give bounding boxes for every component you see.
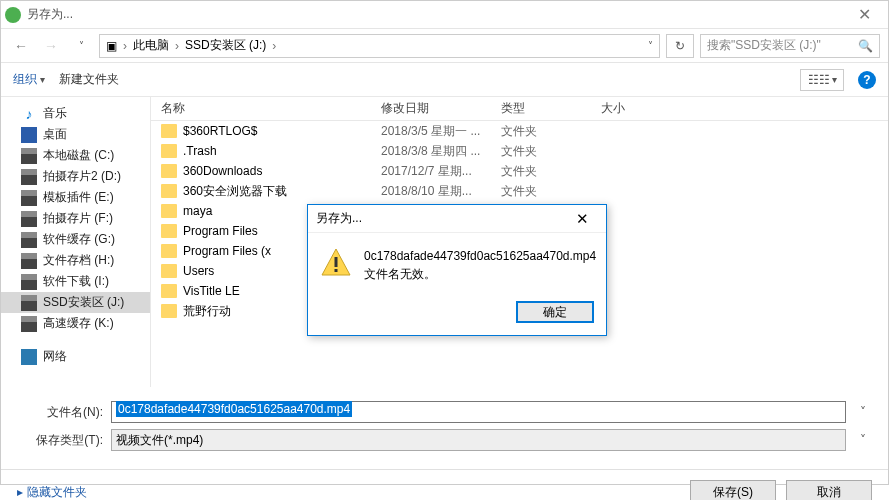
list-row[interactable]: 360Downloads2017/12/7 星期...文件夹 [151,161,888,181]
address-bar[interactable]: ▣ › 此电脑 › SSD安装区 (J:) › ˅ [99,34,660,58]
file-type: 文件夹 [501,123,601,140]
tree-item-2[interactable]: 本地磁盘 (C:) [1,145,150,166]
warning-icon [320,247,352,279]
tree-item-9[interactable]: SSD安装区 (J:) [1,292,150,313]
search-icon: 🔍 [858,39,873,53]
arrow-right-icon: → [44,38,58,54]
col-date[interactable]: 修改日期 [381,97,501,120]
file-type: 文件夹 [501,143,601,160]
tree-label: 软件下载 (I:) [43,273,109,290]
chevron-icon: › [272,39,276,53]
titlebar: 另存为... ✕ [1,1,888,29]
chevron-icon: › [123,39,127,53]
folder-icon [161,204,177,218]
close-icon[interactable]: ✕ [844,1,884,29]
list-row[interactable]: $360RTLOG$2018/3/5 星期一 ...文件夹 [151,121,888,141]
tree-item-6[interactable]: 软件缓存 (G:) [1,229,150,250]
tree-label: SSD安装区 (J:) [43,294,124,311]
dialog-message: 0c178dafade44739fd0ac51625aa470d.mp4 文件名… [364,247,596,283]
recent-button[interactable]: ˅ [69,34,93,58]
search-input[interactable]: 搜索"SSD安装区 (J:)" 🔍 [700,34,880,58]
folder-icon [161,184,177,198]
tree-label: 拍摄存片2 (D:) [43,168,121,185]
file-name: Program Files [183,224,258,238]
pc-icon: ▣ [106,39,117,53]
nav-bar: ← → ˅ ▣ › 此电脑 › SSD安装区 (J:) › ˅ ↻ 搜索"SSD… [1,29,888,63]
forward-button: → [39,34,63,58]
tree-item-3[interactable]: 拍摄存片2 (D:) [1,166,150,187]
drive-icon [21,316,37,332]
list-row[interactable]: .Trash2018/3/8 星期四 ...文件夹 [151,141,888,161]
folder-icon [161,284,177,298]
chevron-down-icon: ˅ [79,40,84,51]
dialog-titlebar: 另存为... ✕ [308,205,606,233]
error-dialog: 另存为... ✕ 0c178dafade44739fd0ac51625aa470… [307,204,607,336]
tree-item-0[interactable]: ♪音乐 [1,103,150,124]
save-button[interactable]: 保存(S) [690,480,776,500]
svg-rect-1 [335,257,338,267]
window-title: 另存为... [27,6,844,23]
svg-rect-2 [335,269,338,272]
tree-label: 本地磁盘 (C:) [43,147,114,164]
cancel-button[interactable]: 取消 [786,480,872,500]
drive-icon [21,274,37,290]
file-date: 2017/12/7 星期... [381,163,501,180]
view-button[interactable]: ☷☷▾ [800,69,844,91]
filetype-select[interactable]: 视频文件(*.mp4) [111,429,846,451]
file-name: .Trash [183,144,217,158]
chevron-icon: › [175,39,179,53]
filename-input[interactable]: 0c178dafade44739fd0ac51625aa470d.mp4 [111,401,846,423]
folder-icon [161,164,177,178]
file-name: VisTitle LE [183,284,240,298]
chevron-down-icon[interactable]: ˅ [648,40,653,51]
col-size[interactable]: 大小 [601,97,681,120]
action-bar: ▸ 隐藏文件夹 保存(S) 取消 [1,469,888,500]
file-date: 2018/3/8 星期四 ... [381,143,501,160]
tree-item-11[interactable]: 网络 [1,346,150,367]
back-button[interactable]: ← [9,34,33,58]
filename-value: 0c178dafade44739fd0ac51625aa470d.mp4 [116,401,352,417]
drive-icon [21,169,37,185]
list-row[interactable]: 360安全浏览器下载2018/8/10 星期...文件夹 [151,181,888,201]
tree-label: 高速缓存 (K:) [43,315,114,332]
drive-icon [21,232,37,248]
file-date: 2018/3/5 星期一 ... [381,123,501,140]
help-button[interactable]: ? [858,71,876,89]
chevron-down-icon[interactable]: ˅ [854,405,872,419]
search-placeholder: 搜索"SSD安装区 (J:)" [707,37,821,54]
tree-item-5[interactable]: 拍摄存片 (F:) [1,208,150,229]
organize-button[interactable]: 组织 ▾ [13,71,45,88]
col-type[interactable]: 类型 [501,97,601,120]
chevron-down-icon: ▾ [40,74,45,85]
new-folder-button[interactable]: 新建文件夹 [59,71,119,88]
refresh-button[interactable]: ↻ [666,34,694,58]
view-icon: ☷☷ [808,73,830,87]
toolbar: 组织 ▾ 新建文件夹 ☷☷▾ ? [1,63,888,97]
dialog-ok-button[interactable]: 确定 [516,301,594,323]
drive-icon [21,253,37,269]
form-area: 文件名(N): 0c178dafade44739fd0ac51625aa470d… [1,387,888,469]
expand-icon[interactable]: ▸ [17,485,23,499]
dialog-close-icon[interactable]: ✕ [566,210,598,228]
save-as-window: 另存为... ✕ ← → ˅ ▣ › 此电脑 › SSD安装区 (J:) › ˅… [0,0,889,485]
breadcrumb-segment[interactable]: SSD安装区 (J:) [185,37,266,54]
filetype-value: 视频文件(*.mp4) [116,432,203,449]
tree-item-7[interactable]: 文件存档 (H:) [1,250,150,271]
col-name[interactable]: 名称 [151,97,381,120]
file-type: 文件夹 [501,183,601,200]
tree-label: 音乐 [43,105,67,122]
hide-folders-link[interactable]: 隐藏文件夹 [27,484,87,501]
filename-label: 文件名(N): [17,404,103,421]
breadcrumb-segment[interactable]: 此电脑 [133,37,169,54]
tree-item-4[interactable]: 模板插件 (E:) [1,187,150,208]
tree-item-1[interactable]: 桌面 [1,124,150,145]
tree-label: 软件缓存 (G:) [43,231,115,248]
folder-icon [161,144,177,158]
dialog-title: 另存为... [316,210,566,227]
tree-label: 桌面 [43,126,67,143]
tree-item-10[interactable]: 高速缓存 (K:) [1,313,150,334]
file-date: 2018/8/10 星期... [381,183,501,200]
chevron-down-icon[interactable]: ˅ [854,433,872,447]
tree-item-8[interactable]: 软件下载 (I:) [1,271,150,292]
dialog-line2: 文件名无效。 [364,265,596,283]
